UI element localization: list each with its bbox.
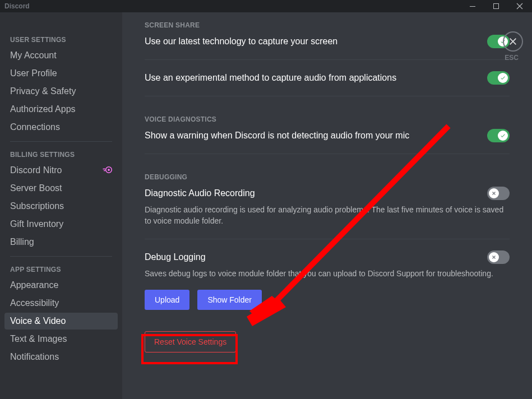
setting-mic-warning: Show a warning when Discord is not detec…: [145, 129, 510, 154]
nitro-badge-icon: [102, 165, 112, 175]
setting-title: Debug Logging: [145, 252, 206, 262]
divider: [145, 96, 510, 96]
sidebar-item-label: Authorized Apps: [10, 104, 76, 114]
setting-title: Use an experimental method to capture au…: [145, 73, 396, 83]
sidebar-item-server-boost[interactable]: Server Boost: [4, 180, 118, 197]
sidebar-item-accessibility[interactable]: Accessibility: [4, 295, 118, 312]
sidebar-item-voice-video[interactable]: Voice & Video: [4, 313, 118, 330]
setting-title: Show a warning when Discord is not detec…: [145, 131, 409, 141]
titlebar-controls: [465, 1, 528, 11]
sidebar-item-label: Discord Nitro: [10, 165, 62, 175]
reset-voice-settings-button[interactable]: Reset Voice Settings: [145, 331, 236, 352]
upload-button[interactable]: Upload: [145, 290, 189, 310]
sidebar-item-notifications[interactable]: Notifications: [4, 349, 118, 365]
sidebar-item-label: Connections: [10, 122, 60, 132]
show-folder-button[interactable]: Show Folder: [197, 290, 262, 310]
svg-rect-1: [494, 4, 499, 9]
sidebar-item-label: Voice & Video: [10, 316, 66, 326]
toggle-diagnostic-recording[interactable]: [487, 187, 510, 200]
svg-rect-0: [470, 6, 475, 7]
sidebar-header-billing: BILLING SETTINGS: [4, 147, 118, 162]
minimize-button[interactable]: [465, 1, 480, 11]
sidebar-header-user: USER SETTINGS: [4, 33, 118, 47]
section-label-debugging: DEBUGGING: [145, 173, 510, 181]
settings-content: SCREEN SHARE Use our latest technology t…: [122, 12, 532, 399]
sidebar-item-label: Billing: [10, 237, 34, 247]
toggle-experimental-audio[interactable]: [487, 71, 510, 85]
sidebar: USER SETTINGS My Account User Profile Pr…: [0, 12, 122, 399]
titlebar-title: Discord: [4, 2, 30, 10]
maximize-button[interactable]: [488, 1, 504, 11]
section-label-voice-diag: VOICE DIAGNOSTICS: [145, 115, 510, 123]
setting-latest-tech: Use our latest technology to capture you…: [145, 35, 510, 59]
close-settings-button[interactable]: [503, 31, 523, 52]
divider: [145, 239, 510, 239]
setting-debug-logging: Debug Logging Saves debug logs to voice …: [145, 250, 510, 310]
esc-label: ESC: [505, 54, 519, 62]
sidebar-item-appearance[interactable]: Appearance: [4, 277, 118, 294]
setting-title: Diagnostic Audio Recording: [145, 188, 255, 198]
sidebar-item-discord-nitro[interactable]: Discord Nitro: [4, 162, 118, 179]
sidebar-item-gift-inventory[interactable]: Gift Inventory: [4, 216, 118, 233]
sidebar-item-billing[interactable]: Billing: [4, 234, 118, 250]
svg-point-3: [108, 169, 110, 171]
section-label-screen-share: SCREEN SHARE: [145, 21, 510, 29]
setting-title: Use our latest technology to capture you…: [145, 36, 337, 47]
sidebar-item-label: My Account: [10, 50, 57, 61]
titlebar: Discord: [0, 0, 532, 12]
sidebar-item-label: Accessibility: [10, 298, 59, 308]
sidebar-header-app: APP SETTINGS: [4, 262, 118, 277]
sidebar-item-connections[interactable]: Connections: [4, 119, 118, 136]
sidebar-separator: [10, 256, 112, 257]
sidebar-item-label: Gift Inventory: [10, 219, 63, 229]
sidebar-item-authorized-apps[interactable]: Authorized Apps: [4, 101, 118, 118]
sidebar-item-my-account[interactable]: My Account: [4, 47, 118, 64]
divider: [145, 154, 510, 154]
setting-desc: Diagnostic audio recording is used for a…: [145, 205, 510, 226]
setting-diagnostic-recording: Diagnostic Audio Recording Diagnostic au…: [145, 187, 510, 226]
setting-desc: Saves debug logs to voice module folder …: [145, 268, 510, 280]
divider: [145, 59, 510, 60]
toggle-debug-logging[interactable]: [487, 250, 510, 264]
sidebar-item-user-profile[interactable]: User Profile: [4, 65, 118, 82]
sidebar-item-label: User Profile: [10, 68, 57, 78]
setting-experimental-audio: Use an experimental method to capture au…: [145, 71, 510, 96]
sidebar-item-label: Privacy & Safety: [10, 86, 76, 96]
close-button[interactable]: [512, 1, 528, 11]
sidebar-item-text-images[interactable]: Text & Images: [4, 331, 118, 347]
sidebar-item-privacy-safety[interactable]: Privacy & Safety: [4, 83, 118, 100]
sidebar-item-label: Subscriptions: [10, 201, 64, 211]
toggle-mic-warning[interactable]: [487, 129, 510, 142]
sidebar-item-label: Text & Images: [10, 334, 67, 344]
sidebar-item-subscriptions[interactable]: Subscriptions: [4, 198, 118, 215]
sidebar-item-label: Notifications: [10, 352, 59, 362]
sidebar-item-label: Appearance: [10, 280, 58, 290]
sidebar-separator: [10, 141, 112, 142]
sidebar-item-label: Server Boost: [10, 183, 62, 193]
